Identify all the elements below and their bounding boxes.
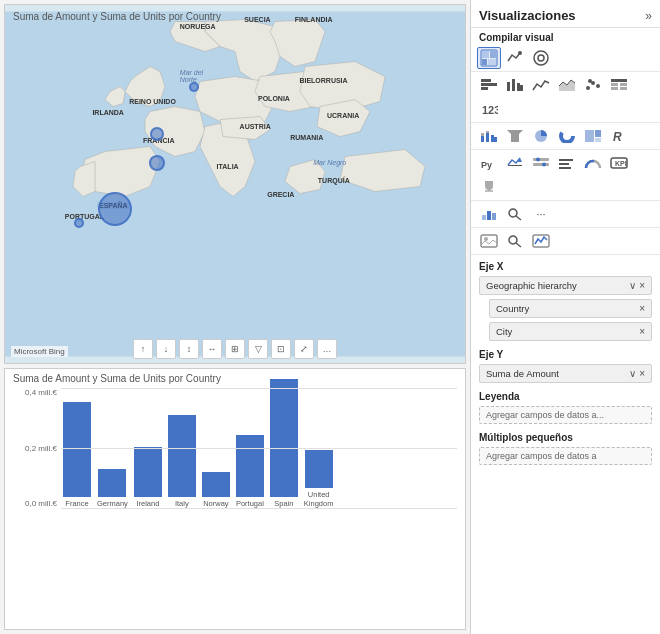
- viz-icons-row-6: [471, 228, 660, 255]
- chevron-down-icon-amount[interactable]: ∨: [629, 368, 636, 379]
- svg-rect-55: [595, 138, 601, 142]
- chevron-down-icon-geographic[interactable]: ∨: [629, 280, 636, 291]
- close-icon-country[interactable]: ×: [639, 303, 645, 314]
- viz-icon-bar2[interactable]: [477, 203, 501, 225]
- svg-rect-41: [620, 87, 627, 90]
- svg-line-79: [516, 243, 521, 247]
- viz-icon-trophy[interactable]: [477, 176, 501, 198]
- close-icon-amount[interactable]: ×: [639, 368, 645, 379]
- viz-icon-text[interactable]: [555, 152, 579, 174]
- viz-icon-magnifier[interactable]: [503, 230, 527, 252]
- viz-icon-bar-h[interactable]: [477, 74, 501, 96]
- close-icon-city[interactable]: ×: [639, 326, 645, 337]
- add-field-multiplos[interactable]: Agregar campos de datos a: [479, 447, 652, 465]
- viz-icon-funnel[interactable]: [503, 125, 527, 147]
- svg-rect-45: [486, 133, 489, 142]
- svg-rect-53: [585, 130, 594, 142]
- viz-icon-bar-v[interactable]: [503, 74, 527, 96]
- map-btn-filter[interactable]: ▽: [248, 339, 268, 359]
- panel-expand-btn[interactable]: »: [645, 9, 652, 23]
- map-label-bielorrusia: BIELORRUSIA: [299, 77, 347, 84]
- bar-norway[interactable]: [202, 472, 230, 497]
- map-btn-expand-v[interactable]: ↕: [179, 339, 199, 359]
- viz-icon-scatter[interactable]: [581, 74, 605, 96]
- viz-icon-number[interactable]: 123: [477, 98, 501, 120]
- map-btn-fullscreen[interactable]: ⤢: [294, 339, 314, 359]
- svg-rect-44: [481, 133, 484, 136]
- viz-icon-pie[interactable]: [529, 125, 553, 147]
- bar-france[interactable]: [63, 402, 91, 497]
- viz-icon-treemap[interactable]: [581, 125, 605, 147]
- map-btn-focus[interactable]: ⊡: [271, 339, 291, 359]
- svg-rect-60: [533, 158, 549, 161]
- svg-rect-58: [508, 165, 522, 166]
- viz-icon-r[interactable]: R: [607, 125, 631, 147]
- map-label-mar-negro: Mar Negro: [313, 159, 346, 166]
- multiplos-label: Múltiplos pequeños: [471, 426, 660, 445]
- map-label-grecia: GRECIA: [267, 191, 294, 198]
- viz-icon-py[interactable]: Py: [477, 152, 501, 174]
- map-btn-up[interactable]: ↑: [133, 339, 153, 359]
- field-pill-geographic: Geographic hierarchy ∨ ×: [479, 276, 652, 295]
- viz-icon-search[interactable]: [503, 203, 527, 225]
- svg-rect-65: [559, 163, 569, 165]
- viz-icon-map[interactable]: [477, 47, 501, 69]
- map-btn-down[interactable]: ↓: [156, 339, 176, 359]
- map-btn-more[interactable]: …: [317, 339, 337, 359]
- map-label-mar-del-norte: Mar delNorte: [180, 69, 203, 83]
- bar-spain[interactable]: [270, 379, 298, 497]
- viz-icons-row-3: R: [471, 123, 660, 150]
- bar-italy[interactable]: [168, 415, 196, 497]
- svg-point-63: [542, 163, 546, 167]
- viz-icon-line[interactable]: [529, 74, 553, 96]
- map-label-austria: AUSTRIA: [240, 123, 271, 130]
- viz-icon-stacked-bar[interactable]: [477, 125, 501, 147]
- close-icon-geographic[interactable]: ×: [639, 280, 645, 291]
- viz-icon-card[interactable]: KPI: [607, 152, 631, 174]
- bar-germany[interactable]: [98, 469, 126, 497]
- bar-group-germany: Germany: [97, 469, 128, 508]
- viz-icon-image[interactable]: [477, 230, 501, 252]
- bar-group-ireland: Ireland: [134, 447, 162, 508]
- chart-panel: Suma de Amount y Suma de Units por Count…: [4, 368, 466, 630]
- bar-label-germany: Germany: [97, 499, 128, 508]
- viz-icon-sparkline[interactable]: [529, 230, 553, 252]
- bar-uk[interactable]: [305, 450, 333, 488]
- bar-group-france: France: [63, 402, 91, 508]
- leyenda-label: Leyenda: [471, 385, 660, 404]
- svg-point-22: [518, 51, 522, 55]
- viz-icon-donut-map[interactable]: [529, 47, 553, 69]
- viz-icon-gauge[interactable]: [581, 152, 605, 174]
- viz-icon-slicer[interactable]: [529, 152, 553, 174]
- map-btn-grid[interactable]: ⊞: [225, 339, 245, 359]
- viz-icon-area[interactable]: [555, 74, 579, 96]
- map-label-finlandia: FINLANDIA: [295, 16, 333, 23]
- svg-text:R: R: [613, 130, 622, 143]
- viz-icon-table[interactable]: [607, 74, 631, 96]
- svg-point-61: [536, 158, 540, 162]
- viz-icon-line-map[interactable]: [503, 47, 527, 69]
- map-svg: [5, 5, 465, 363]
- viz-icon-more[interactable]: ···: [529, 203, 553, 225]
- svg-rect-71: [482, 215, 486, 220]
- y-label-mid: 0,2 mill.€: [25, 444, 57, 453]
- bar-ireland[interactable]: [134, 447, 162, 497]
- y-label-top: 0,4 mill.€: [25, 388, 57, 397]
- bar-group-portugal: Portugal: [236, 435, 264, 508]
- bubble-spain: [98, 192, 132, 226]
- add-field-leyenda[interactable]: Agregar campos de datos a...: [479, 406, 652, 424]
- svg-rect-72: [487, 211, 491, 220]
- right-panel: Visualizaciones » Compilar visual: [470, 0, 660, 634]
- viz-icon-kpi[interactable]: [503, 152, 527, 174]
- svg-rect-25: [481, 79, 491, 82]
- viz-icon-donut[interactable]: [555, 125, 579, 147]
- field-pill-country: Country ×: [489, 299, 652, 318]
- svg-point-74: [509, 209, 517, 217]
- bar-portugal[interactable]: [236, 435, 264, 497]
- pill-icons-geographic: ∨ ×: [629, 280, 645, 291]
- svg-point-33: [586, 86, 590, 90]
- map-label-rumania: RUMANIA: [290, 134, 323, 141]
- map-btn-expand-h[interactable]: ↔: [202, 339, 222, 359]
- h-line-bot: [61, 508, 457, 509]
- svg-point-78: [509, 236, 517, 244]
